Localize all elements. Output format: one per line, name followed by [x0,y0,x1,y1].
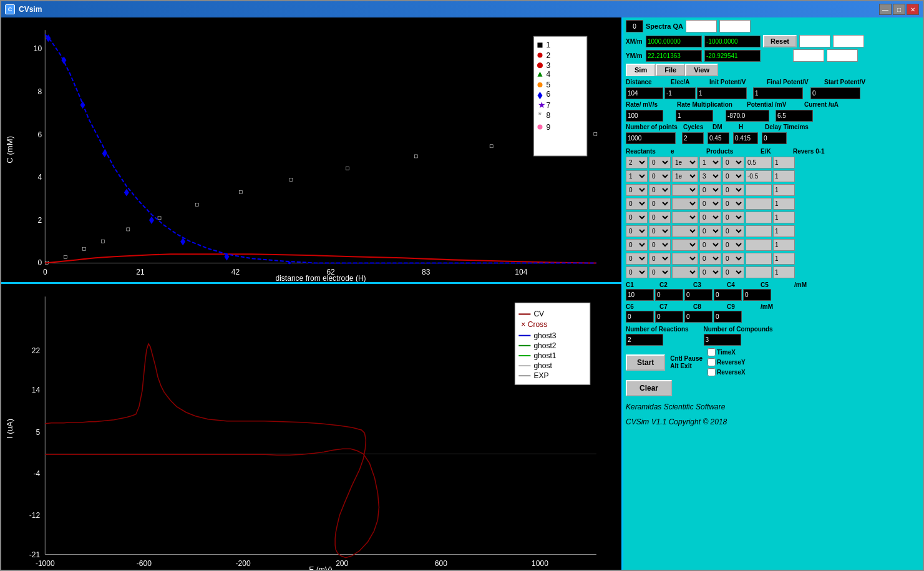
cycles-input[interactable] [682,132,704,144]
r9-e-select[interactable] [672,266,698,278]
r6-2-select[interactable]: 0 [649,225,671,237]
r8-1-select[interactable]: 0 [626,253,648,265]
c5-input[interactable] [743,289,771,301]
p1-2-select[interactable]: 012 [722,157,744,168]
r4-2-select[interactable]: 0 [649,198,671,210]
r5-rev-input[interactable] [773,212,795,223]
c7-input[interactable] [655,311,683,323]
r1-ek-input[interactable] [746,157,772,168]
minimize-button[interactable]: — [879,4,892,15]
p5-1-select[interactable]: 0 [699,212,721,223]
r5-1-select[interactable]: 0 [626,212,648,223]
p5-2-select[interactable]: 0 [722,212,744,223]
xm-input2[interactable] [704,36,761,47]
c8-input[interactable] [684,311,712,323]
r2-2-select[interactable]: 012 [649,170,671,182]
r6-e-select[interactable] [672,225,698,237]
p3-1-select[interactable]: 0 [699,184,721,196]
r9-2-select[interactable]: 0 [649,266,671,278]
current-input[interactable] [776,110,813,122]
num-compounds-input[interactable] [704,334,741,346]
r4-e-select[interactable] [672,198,698,210]
r6-rev-input[interactable] [773,225,795,237]
p1-1-select[interactable]: 102 [699,157,721,168]
p2-2-select[interactable]: 012 [722,170,744,182]
r8-e-select[interactable] [672,253,698,265]
num-reactions-input[interactable] [626,334,663,346]
r6-ek-input[interactable] [746,225,772,237]
r3-1-select[interactable]: 0 [626,184,648,196]
r7-ek-input[interactable] [746,239,772,251]
r7-1-select[interactable]: 0 [626,239,648,251]
r2-e-select[interactable]: 1e02e [672,170,698,182]
p4-1-select[interactable]: 0 [699,198,721,210]
rate-input[interactable] [626,110,663,122]
r1-1-select[interactable]: 2013 [626,157,648,168]
tab-sim[interactable]: Sim [626,64,656,76]
potential-input[interactable] [726,110,769,122]
r5-2-select[interactable]: 0 [649,212,671,223]
xm-input1[interactable] [646,36,702,47]
reversey-checkbox[interactable] [708,358,716,366]
r7-rev-input[interactable] [773,239,795,251]
maximize-button[interactable]: □ [893,4,905,15]
r8-2-select[interactable]: 0 [649,253,671,265]
close-button[interactable]: ✕ [907,4,919,15]
elec-input[interactable] [664,87,696,99]
p3-2-select[interactable]: 0 [722,184,744,196]
r8-ek-input[interactable] [746,253,772,265]
r9-ek-input[interactable] [746,266,772,278]
p9-1-select[interactable]: 0 [699,266,721,278]
p8-2-select[interactable]: 0 [722,253,744,265]
r3-rev-input[interactable] [773,184,795,196]
r5-e-select[interactable] [672,212,698,223]
p6-1-select[interactable]: 0 [699,225,721,237]
r6-1-select[interactable]: 0 [626,225,648,237]
r8-rev-input[interactable] [773,253,795,265]
final-potent-input[interactable] [753,87,803,99]
timex-checkbox[interactable] [708,348,716,356]
c9-input[interactable] [714,311,742,323]
c3-input[interactable] [684,289,712,301]
num-points-input[interactable] [626,132,676,144]
start-potent-input[interactable] [810,87,860,99]
c6-input[interactable] [626,311,654,323]
r9-1-select[interactable]: 0 [626,266,648,278]
p4-2-select[interactable]: 0 [722,198,744,210]
r1-rev-input[interactable] [773,157,795,168]
r3-ek-input[interactable] [746,184,772,196]
r3-2-select[interactable]: 0 [649,184,671,196]
p7-2-select[interactable]: 0 [722,239,744,251]
p7-1-select[interactable]: 0 [699,239,721,251]
r4-1-select[interactable]: 0 [626,198,648,210]
init-potent-input[interactable] [697,87,747,99]
tab-file[interactable]: File [656,64,685,76]
r4-rev-input[interactable] [773,198,795,210]
r9-rev-input[interactable] [773,266,795,278]
h-input[interactable] [733,132,758,144]
p6-2-select[interactable]: 0 [722,225,744,237]
c4-input[interactable] [714,289,742,301]
r7-2-select[interactable]: 0 [649,239,671,251]
p9-2-select[interactable]: 0 [722,266,744,278]
start-button[interactable]: Start [626,354,665,371]
r2-ek-input[interactable] [746,170,772,182]
ym-input2[interactable] [704,50,761,62]
c2-input[interactable] [655,289,683,301]
c1-input[interactable] [626,289,654,301]
dm-input[interactable] [708,132,729,144]
r4-ek-input[interactable] [746,198,772,210]
ym-input1[interactable] [646,50,702,62]
clear-button[interactable]: Clear [626,380,672,396]
r5-ek-input[interactable] [746,212,772,223]
reversex-checkbox[interactable] [708,368,716,376]
r2-1-select[interactable]: 102 [626,170,648,182]
tab-view[interactable]: View [685,64,718,76]
r7-e-select[interactable] [672,239,698,251]
r1-e-select[interactable]: 1e02e [672,157,698,168]
p8-1-select[interactable]: 0 [699,253,721,265]
reset-button[interactable]: Reset [763,35,797,47]
delay-input[interactable] [762,132,787,144]
p2-1-select[interactable]: 301 [699,170,721,182]
rate-mult-input[interactable] [676,110,713,122]
